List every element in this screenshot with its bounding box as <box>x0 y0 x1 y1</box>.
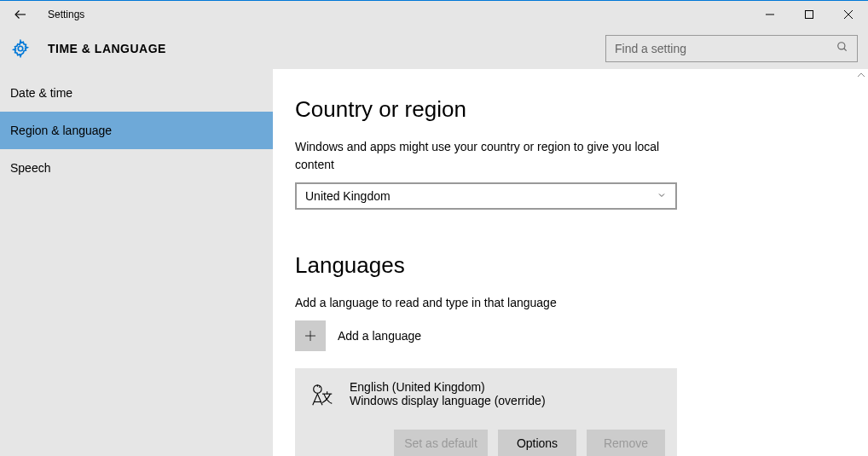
remove-button: Remove <box>587 430 665 456</box>
title-bar: Settings <box>0 1 868 28</box>
region-description: Windows and apps might use your country … <box>295 138 679 174</box>
svg-line-12 <box>319 386 320 387</box>
maximize-button[interactable] <box>790 1 829 28</box>
minimize-button[interactable] <box>750 1 790 28</box>
sidebar: Date & time Region & language Speech <box>0 69 273 456</box>
language-buttons: Set as default Options Remove <box>307 430 665 456</box>
window-title: Settings <box>48 9 84 20</box>
svg-line-7 <box>844 49 847 51</box>
close-button[interactable] <box>829 1 868 28</box>
language-item[interactable]: English (United Kingdom) Windows display… <box>295 368 677 456</box>
header: TIME & LANGUAGE <box>0 28 868 69</box>
plus-icon <box>295 320 326 351</box>
add-language-button[interactable]: Add a language <box>295 320 868 351</box>
page-title: TIME & LANGUAGE <box>48 42 166 55</box>
svg-point-6 <box>838 43 845 49</box>
chevron-down-icon <box>657 189 667 203</box>
languages-description: Add a language to read and type in that … <box>295 294 679 312</box>
sidebar-item-label: Date & time <box>10 86 72 100</box>
languages-heading: Languages <box>295 252 868 279</box>
search-box[interactable] <box>605 35 858 62</box>
language-icon <box>307 380 338 411</box>
back-button[interactable] <box>0 1 41 28</box>
region-dropdown[interactable]: United Kingdom <box>295 182 677 210</box>
scroll-up-arrow[interactable] <box>857 71 865 81</box>
sidebar-item-date-time[interactable]: Date & time <box>0 74 273 112</box>
region-heading: Country or region <box>295 96 868 123</box>
window-controls <box>750 1 868 28</box>
search-icon <box>836 41 848 56</box>
sidebar-item-speech[interactable]: Speech <box>0 149 273 187</box>
minimize-icon <box>766 10 774 19</box>
search-input[interactable] <box>615 42 836 55</box>
language-name: English (United Kingdom) <box>350 380 546 394</box>
sidebar-item-region-language[interactable]: Region & language <box>0 112 273 149</box>
add-language-label: Add a language <box>338 329 421 343</box>
maximize-icon <box>805 10 813 19</box>
close-icon <box>844 10 853 19</box>
set-default-button: Set as default <box>394 430 488 456</box>
gear-icon <box>10 38 31 59</box>
body: Date & time Region & language Speech Cou… <box>0 69 868 456</box>
arrow-left-icon <box>13 7 28 22</box>
content: Country or region Windows and apps might… <box>273 69 868 456</box>
options-button[interactable]: Options <box>498 430 576 456</box>
language-subtitle: Windows display language (override) <box>350 394 546 407</box>
svg-point-5 <box>18 46 23 51</box>
sidebar-item-label: Region & language <box>10 124 112 137</box>
language-row: English (United Kingdom) Windows display… <box>307 380 665 411</box>
region-value: United Kingdom <box>305 189 391 203</box>
svg-rect-2 <box>806 11 813 19</box>
sidebar-item-label: Speech <box>10 161 50 175</box>
